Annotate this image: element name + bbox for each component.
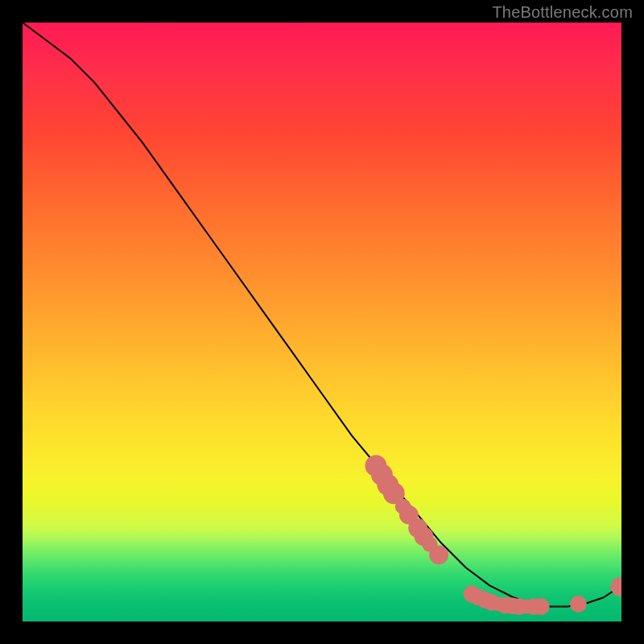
curve-marker <box>422 536 437 551</box>
curve-marker <box>511 598 528 615</box>
curve-marker <box>383 482 405 504</box>
curve-marker <box>429 545 448 564</box>
plot-area <box>23 23 621 621</box>
curve-marker <box>395 498 411 514</box>
curve-marker <box>371 464 393 485</box>
curve-marker <box>365 455 387 477</box>
curve-marker <box>570 596 587 613</box>
curve-marker <box>464 585 481 602</box>
curve-marker <box>477 592 493 609</box>
curve-marker <box>533 598 550 615</box>
watermark-text: TheBottleneck.com <box>492 3 633 22</box>
chart-frame: TheBottleneck.com <box>0 0 644 644</box>
curve-marker <box>408 518 427 538</box>
curve-marker <box>469 588 486 605</box>
curve-marker <box>415 526 434 546</box>
bottleneck-curve <box>23 23 621 606</box>
curve-marker <box>492 597 506 611</box>
curve-markers <box>365 455 621 615</box>
curve-svg <box>23 23 621 621</box>
curve-marker <box>377 474 398 496</box>
curve-marker <box>483 594 500 611</box>
curve-marker <box>611 577 621 597</box>
curve-marker <box>504 597 521 614</box>
curve-marker <box>497 597 514 613</box>
curve-marker <box>520 599 535 613</box>
curve-marker <box>526 598 543 615</box>
curve-marker <box>399 506 419 525</box>
